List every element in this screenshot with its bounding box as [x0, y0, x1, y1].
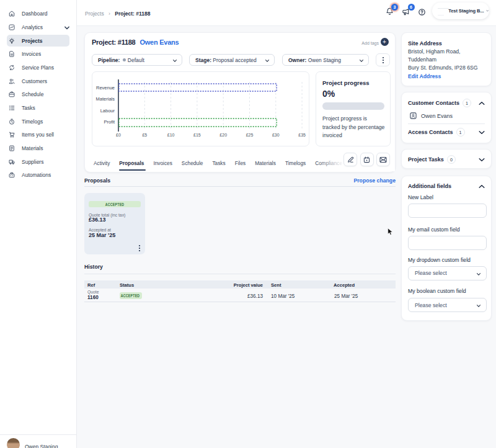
svg-text:£35: £35 — [298, 133, 306, 137]
svg-text:£30: £30 — [272, 133, 280, 137]
svg-text:£5: £5 — [142, 133, 147, 137]
svg-text:£20: £20 — [219, 133, 227, 137]
svg-text:Labour: Labour — [100, 108, 115, 114]
svg-text:£15: £15 — [193, 133, 201, 137]
svg-text:Profit: Profit — [104, 119, 115, 125]
svg-text:£25: £25 — [246, 133, 254, 137]
svg-text:Revenue: Revenue — [96, 85, 115, 91]
svg-text:£10: £10 — [167, 133, 175, 137]
svg-text:Materials: Materials — [96, 96, 115, 102]
svg-text:£0: £0 — [116, 133, 121, 137]
